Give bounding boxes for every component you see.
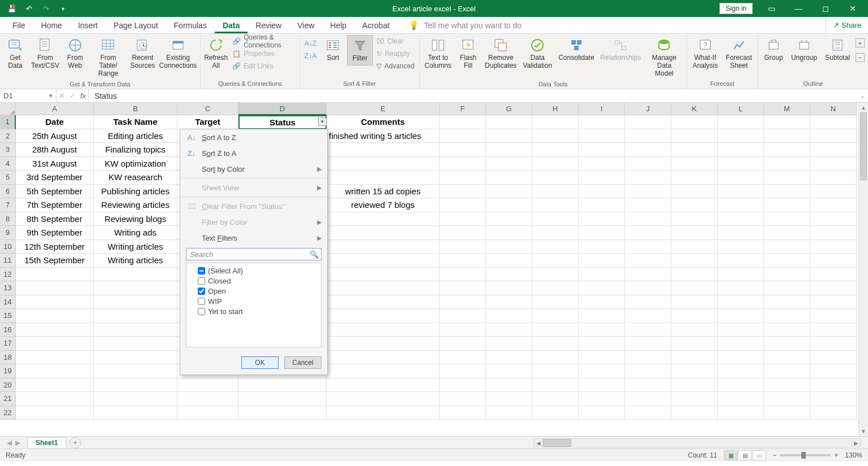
cell[interactable]	[440, 115, 486, 129]
cell[interactable]	[579, 171, 625, 185]
cell[interactable]	[16, 281, 94, 295]
sort-za-item[interactable]: Z↓Sort Z to A	[180, 145, 327, 161]
cell[interactable]	[532, 240, 579, 254]
cell[interactable]	[486, 295, 532, 310]
cell[interactable]	[16, 337, 94, 351]
column-header[interactable]: I	[579, 103, 625, 115]
tab-view[interactable]: View	[289, 17, 322, 33]
qat-customize-icon[interactable]: ▾	[55, 2, 70, 15]
filter-button[interactable]: Filter	[347, 35, 373, 66]
minimize-icon[interactable]: —	[785, 0, 811, 17]
cell[interactable]	[532, 323, 579, 337]
cell[interactable]	[327, 378, 440, 393]
cell[interactable]	[94, 295, 177, 310]
view-buttons[interactable]: ▦ ▤ ▭	[724, 450, 766, 460]
cell[interactable]	[327, 337, 440, 351]
cell[interactable]: Writing articles	[94, 240, 177, 254]
column-header[interactable]: F	[440, 103, 486, 115]
row-header[interactable]: 2	[0, 129, 16, 143]
cell[interactable]	[486, 240, 532, 254]
cancel-button[interactable]: Cancel	[284, 356, 322, 369]
cell[interactable]	[718, 185, 764, 199]
cell[interactable]	[810, 115, 857, 129]
cell[interactable]	[532, 351, 579, 365]
hide-detail-icon[interactable]: −	[856, 53, 865, 62]
cell[interactable]	[671, 254, 718, 268]
cell[interactable]	[440, 226, 486, 240]
cell[interactable]: KW reasearch	[94, 171, 177, 185]
sort-button[interactable]: Sort	[320, 35, 346, 64]
cell[interactable]	[579, 226, 625, 240]
tab-page-layout[interactable]: Page Layout	[106, 17, 166, 33]
cell[interactable]	[440, 351, 486, 365]
cell[interactable]	[625, 240, 671, 254]
refresh-all-button[interactable]: Refresh All	[203, 35, 229, 72]
cell[interactable]	[532, 185, 579, 199]
cell[interactable]: 3rd September	[16, 171, 94, 185]
cell[interactable]: Comments	[327, 115, 440, 129]
page-break-view-icon[interactable]: ▭	[752, 450, 766, 460]
cell[interactable]	[810, 323, 857, 337]
tab-formulas[interactable]: Formulas	[166, 17, 215, 33]
subtotal-button[interactable]: Subtotal	[822, 35, 853, 64]
cell[interactable]	[486, 198, 532, 212]
cell[interactable]	[532, 129, 579, 143]
cell[interactable]	[532, 226, 579, 240]
cell[interactable]	[764, 295, 810, 310]
cell[interactable]	[486, 254, 532, 268]
text-to-columns-button[interactable]: Text to Columns	[422, 35, 454, 72]
cell[interactable]	[327, 143, 440, 157]
cell[interactable]	[671, 226, 718, 240]
cell[interactable]: finished writing 5 articles	[327, 129, 440, 143]
cell[interactable]	[579, 157, 625, 171]
cell[interactable]	[532, 378, 579, 393]
cell[interactable]	[327, 254, 440, 268]
cell[interactable]	[764, 171, 810, 185]
checkbox[interactable]	[198, 308, 205, 315]
group-button[interactable]: Group	[761, 35, 787, 64]
cell[interactable]	[532, 254, 579, 268]
cell[interactable]	[764, 129, 810, 143]
cell[interactable]	[440, 171, 486, 185]
cell[interactable]	[810, 364, 857, 378]
cell[interactable]	[718, 226, 764, 240]
cell[interactable]	[810, 378, 857, 393]
cell[interactable]: Reviewing blogs	[94, 212, 177, 227]
cell[interactable]	[718, 378, 764, 393]
cell[interactable]	[579, 240, 625, 254]
cell[interactable]	[16, 378, 94, 393]
cell[interactable]: 12th September	[16, 240, 94, 254]
cell[interactable]	[16, 268, 94, 282]
cell[interactable]	[327, 268, 440, 282]
zoom-slider[interactable]: − +	[772, 451, 838, 459]
tab-data[interactable]: Data	[215, 17, 248, 33]
cell[interactable]	[764, 198, 810, 212]
resize-grip-icon[interactable]: ⋰	[320, 367, 327, 374]
enter-formula-icon[interactable]: ✓	[70, 92, 76, 100]
cell[interactable]	[625, 129, 671, 143]
checkbox[interactable]	[198, 298, 205, 305]
column-header[interactable]: D	[238, 103, 327, 115]
sort-by-color-item[interactable]: Sort by Color▶	[180, 161, 327, 177]
cell[interactable]	[327, 226, 440, 240]
cell[interactable]	[810, 254, 857, 268]
cell[interactable]: Date	[16, 115, 94, 129]
cell[interactable]	[671, 364, 718, 378]
cell[interactable]	[625, 143, 671, 157]
cell[interactable]	[718, 268, 764, 282]
cell[interactable]	[718, 157, 764, 171]
filter-checkbox-item[interactable]: (Select All)	[190, 265, 318, 276]
cell[interactable]	[579, 337, 625, 351]
row-header[interactable]: 14	[0, 295, 16, 310]
cell[interactable]	[718, 198, 764, 212]
cell[interactable]	[94, 364, 177, 378]
cell[interactable]: 31st August	[16, 157, 94, 171]
cell[interactable]	[718, 392, 764, 406]
cell[interactable]	[532, 364, 579, 378]
cell[interactable]	[16, 323, 94, 337]
cell[interactable]	[486, 323, 532, 337]
row-header[interactable]: 18	[0, 351, 16, 365]
cell[interactable]	[625, 157, 671, 171]
zoom-level[interactable]: 130%	[845, 451, 862, 459]
column-header[interactable]: L	[718, 103, 764, 115]
